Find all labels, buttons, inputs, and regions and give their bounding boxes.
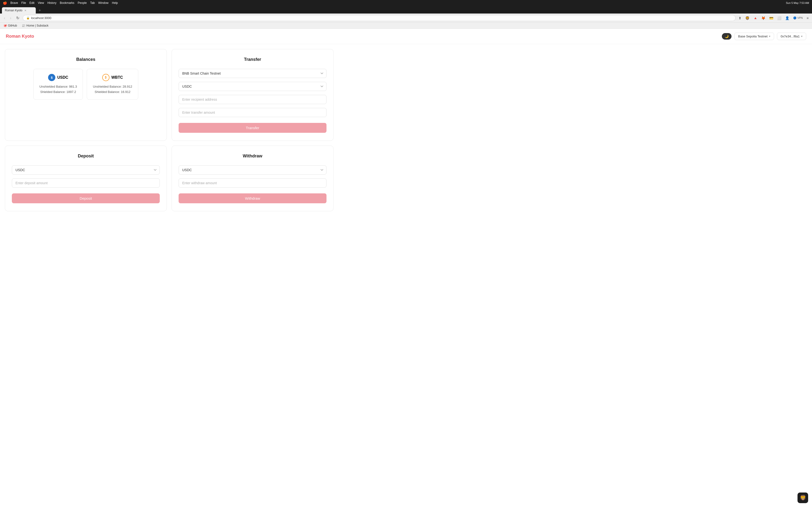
tab-title: Roman Kyoto bbox=[5, 9, 22, 12]
bookmark-substack[interactable]: 📰 Home | Substack bbox=[21, 23, 49, 28]
back-button[interactable]: ‹ bbox=[2, 15, 6, 21]
deposit-amount-group bbox=[12, 178, 160, 187]
transfer-card: Transfer BNB Smart Chain Testnet Base Se… bbox=[171, 49, 334, 141]
wbtc-balance-details: Unshielded Balance: 28.912 Shielded Bala… bbox=[93, 84, 132, 95]
theme-toggle-button[interactable]: 🌙 bbox=[722, 33, 731, 40]
transfer-amount-group bbox=[179, 108, 326, 117]
usdc-token-header: $ USDC bbox=[48, 74, 68, 81]
deposit-amount-input[interactable] bbox=[12, 178, 160, 187]
bookmarks-bar: 🐙 GitHub 📰 Home | Substack bbox=[0, 23, 812, 29]
menu-help[interactable]: Help bbox=[112, 1, 118, 5]
balances-card: Balances $ USDC Unshielded Balance: 981.… bbox=[5, 49, 167, 141]
bookmark-github[interactable]: 🐙 GitHub bbox=[2, 23, 18, 28]
menu-brave[interactable]: Brave bbox=[10, 1, 18, 5]
network-selector[interactable]: Base Sepolia Testnet ▾ bbox=[734, 33, 774, 40]
profiles-icon[interactable]: 👤 bbox=[784, 16, 790, 20]
url-text: localhost:3000 bbox=[31, 16, 732, 20]
transfer-network-group: BNB Smart Chain Testnet Base Sepolia Tes… bbox=[179, 69, 326, 78]
deposit-title: Deposit bbox=[12, 154, 160, 159]
deposit-token-select[interactable]: USDC WBTC bbox=[12, 165, 160, 175]
menu-edit[interactable]: Edit bbox=[30, 1, 35, 5]
deposit-card: Deposit USDC WBTC Deposit bbox=[5, 146, 167, 211]
deposit-token-group: USDC WBTC bbox=[12, 165, 160, 175]
usdc-balance-item: $ USDC Unshielded Balance: 981.3 Shielde… bbox=[33, 69, 83, 100]
transfer-recipient-input[interactable] bbox=[179, 95, 326, 104]
menubar: 🍎 Brave File Edit View History Bookmarks… bbox=[0, 0, 812, 6]
wallet-icon[interactable]: 💳 bbox=[768, 16, 774, 20]
bookmark-github-label: GitHub bbox=[8, 24, 17, 27]
transfer-title: Transfer bbox=[179, 57, 326, 62]
wbtc-balance-item: ₿ WBTC Unshielded Balance: 28.912 Shield… bbox=[87, 69, 138, 100]
wbtc-unshielded: Unshielded Balance: 28.912 bbox=[93, 84, 132, 89]
main-grid: Balances $ USDC Unshielded Balance: 981.… bbox=[0, 44, 338, 216]
withdraw-amount-input[interactable] bbox=[179, 178, 326, 187]
transfer-network-select[interactable]: BNB Smart Chain Testnet Base Sepolia Tes… bbox=[179, 69, 326, 78]
withdraw-token-select[interactable]: USDC WBTC bbox=[179, 165, 326, 175]
share-icon[interactable]: ⬆ bbox=[738, 16, 743, 20]
vpn-icon[interactable]: 🔵 VPN bbox=[792, 16, 804, 20]
system-clock: Sun 5 May 7:53 AM bbox=[786, 1, 809, 4]
wallet-chevron-icon: ▾ bbox=[801, 35, 803, 38]
tab-bar: Roman Kyoto ✕ + bbox=[0, 6, 812, 13]
tab-manager-icon[interactable]: ⬜ bbox=[776, 16, 782, 20]
forward-button[interactable]: › bbox=[8, 15, 12, 21]
network-chevron-icon: ▾ bbox=[769, 35, 770, 38]
withdraw-token-group: USDC WBTC bbox=[179, 165, 326, 175]
browser-chrome: Roman Kyoto ✕ + ‹ › ↻ 🔒 localhost:3000 ⬆… bbox=[0, 6, 812, 29]
app-content: Roman Kyoto 🌙 Base Sepolia Testnet ▾ 0x7… bbox=[0, 29, 812, 507]
menu-people[interactable]: People bbox=[78, 1, 87, 5]
new-tab-button[interactable]: + bbox=[37, 7, 43, 13]
apple-icon[interactable]: 🍎 bbox=[3, 1, 7, 5]
menu-tab[interactable]: Tab bbox=[90, 1, 95, 5]
reload-button[interactable]: ↻ bbox=[15, 15, 21, 21]
brave-shield-icon[interactable]: 🦁 bbox=[744, 16, 750, 20]
transfer-token-select[interactable]: USDC WBTC bbox=[179, 82, 326, 91]
menu-history[interactable]: History bbox=[47, 1, 56, 5]
bookmark-substack-label: Home | Substack bbox=[27, 24, 48, 27]
network-label: Base Sepolia Testnet bbox=[738, 35, 767, 38]
app-logo: Roman Kyoto bbox=[6, 34, 34, 39]
usdc-shielded: Shielded Balance: 1897.2 bbox=[39, 89, 77, 95]
wallet-label: 0x7e34...f8a1 bbox=[780, 35, 800, 38]
wbtc-icon: ₿ bbox=[102, 74, 109, 81]
withdraw-title: Withdraw bbox=[179, 154, 326, 159]
withdraw-button[interactable]: Withdraw bbox=[179, 193, 326, 203]
wbtc-shielded: Shielded Balance: 16.912 bbox=[93, 89, 132, 95]
github-icon: 🐙 bbox=[3, 24, 7, 27]
usdc-symbol: USDC bbox=[57, 75, 68, 80]
wbtc-symbol: WBTC bbox=[111, 75, 123, 80]
deposit-button[interactable]: Deposit bbox=[12, 193, 160, 203]
address-bar[interactable]: 🔒 localhost:3000 bbox=[23, 15, 735, 21]
balances-grid: $ USDC Unshielded Balance: 981.3 Shielde… bbox=[12, 69, 160, 100]
usdc-icon: $ bbox=[48, 74, 55, 81]
menu-icon[interactable]: ≡ bbox=[806, 16, 810, 20]
extensions-icon[interactable]: 🦊 bbox=[760, 16, 766, 20]
header-controls: 🌙 Base Sepolia Testnet ▾ 0x7e34...f8a1 ▾ bbox=[722, 33, 806, 40]
transfer-recipient-group bbox=[179, 95, 326, 104]
transfer-button[interactable]: Transfer bbox=[179, 123, 326, 133]
wallet-address-button[interactable]: 0x7e34...f8a1 ▾ bbox=[777, 33, 806, 40]
nav-bar: ‹ › ↻ 🔒 localhost:3000 ⬆ 🦁 🔺 🦊 💳 ⬜ 👤 🔵 V… bbox=[0, 13, 812, 23]
substack-icon: 📰 bbox=[22, 24, 26, 27]
transfer-token-group: USDC WBTC bbox=[179, 82, 326, 91]
menu-view[interactable]: View bbox=[38, 1, 44, 5]
menu-file[interactable]: File bbox=[21, 1, 26, 5]
balances-title: Balances bbox=[12, 57, 160, 62]
withdraw-card: Withdraw USDC WBTC Withdraw bbox=[171, 146, 334, 211]
menu-window[interactable]: Window bbox=[98, 1, 108, 5]
tab-close-button[interactable]: ✕ bbox=[24, 9, 27, 12]
withdraw-amount-group bbox=[179, 178, 326, 187]
usdc-unshielded: Unshielded Balance: 981.3 bbox=[39, 84, 77, 89]
app-header: Roman Kyoto 🌙 Base Sepolia Testnet ▾ 0x7… bbox=[0, 29, 812, 44]
menu-bookmarks[interactable]: Bookmarks bbox=[60, 1, 74, 5]
wbtc-token-header: ₿ WBTC bbox=[102, 74, 123, 81]
usdc-balance-details: Unshielded Balance: 981.3 Shielded Balan… bbox=[39, 84, 77, 95]
brave-assistant-button[interactable]: 🦁 bbox=[798, 493, 808, 503]
security-icon: 🔒 bbox=[27, 16, 30, 19]
brave-rewards-icon[interactable]: 🔺 bbox=[752, 16, 758, 20]
active-tab[interactable]: Roman Kyoto ✕ bbox=[2, 7, 36, 13]
transfer-amount-input[interactable] bbox=[179, 108, 326, 117]
